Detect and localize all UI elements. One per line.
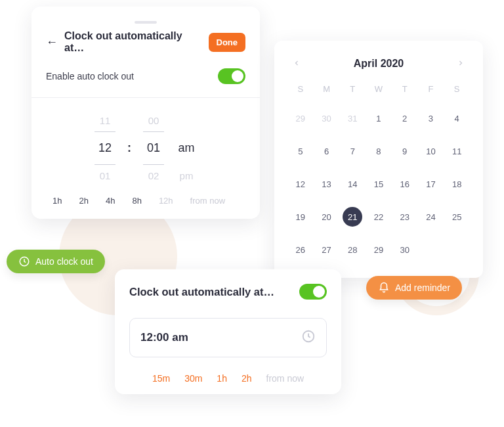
calendar-day[interactable]: 8 xyxy=(366,137,392,165)
calendar-day[interactable]: 27 xyxy=(314,236,340,263)
hour-column[interactable]: 11 12 01 xyxy=(94,115,116,181)
chevron-left-icon xyxy=(293,59,301,67)
calendar-day[interactable]: 31 xyxy=(339,104,366,132)
minute-prev: 00 xyxy=(148,115,159,126)
calendar-day[interactable]: 20 xyxy=(314,203,340,231)
calendar-day[interactable]: 26 xyxy=(287,236,314,263)
calendar-day[interactable]: 6 xyxy=(314,137,340,165)
minute-next: 02 xyxy=(148,170,159,181)
quick-4h[interactable]: 4h xyxy=(106,196,115,206)
calendar-day[interactable]: 24 xyxy=(418,203,444,231)
bell-icon xyxy=(378,282,390,294)
day-of-week-header: W xyxy=(366,84,392,99)
calendar-day[interactable]: 17 xyxy=(418,170,444,198)
calendar-day[interactable]: 21 xyxy=(339,203,366,231)
back-arrow-icon[interactable]: ← xyxy=(46,35,58,49)
day-of-week-header: S xyxy=(444,84,470,99)
period-selected: am xyxy=(178,137,194,159)
time-value: 12:00 am xyxy=(140,331,188,344)
calendar-day[interactable]: 25 xyxy=(444,203,470,231)
calendar-day[interactable]: 13 xyxy=(314,170,340,198)
quick-2h[interactable]: 2h xyxy=(79,196,88,206)
calendar-day[interactable]: 18 xyxy=(444,170,470,198)
day-of-week-header: T xyxy=(339,84,366,99)
clock-auto-icon xyxy=(18,256,30,267)
clock-icon xyxy=(301,329,316,346)
calendar-card: April 2020 SMTWTFS2930311234567891011121… xyxy=(274,41,483,278)
calendar-day[interactable]: 12 xyxy=(287,170,314,198)
quick-suffix: from now xyxy=(190,196,225,206)
calendar-day[interactable]: 9 xyxy=(392,137,418,165)
next-month-button[interactable] xyxy=(452,55,470,72)
calendar-day[interactable]: 10 xyxy=(418,137,444,165)
day-of-week-header: S xyxy=(287,84,314,99)
done-button[interactable]: Done xyxy=(209,33,246,52)
calendar-day[interactable]: 22 xyxy=(366,203,392,231)
day-of-week-header: T xyxy=(392,84,418,99)
enable-label: Enable auto clock out xyxy=(46,71,134,81)
time-picker[interactable]: 11 12 01 : 00 01 02 am pm xyxy=(46,98,245,193)
prev-month-button[interactable] xyxy=(287,55,306,72)
calendar-title: April 2020 xyxy=(354,58,404,70)
quick-suffix: from now xyxy=(266,373,304,384)
calendar-day[interactable]: 28 xyxy=(339,236,366,263)
calendar-day[interactable]: 29 xyxy=(287,104,314,132)
quick-duration-row: 15m 30m 1h 2h from now xyxy=(129,373,327,384)
auto-clock-out-compact-card: Clock out automatically at… 12:00 am 15m… xyxy=(115,269,341,394)
hour-prev: 11 xyxy=(100,115,111,126)
chevron-right-icon xyxy=(457,59,465,67)
calendar-day[interactable]: 4 xyxy=(444,104,470,132)
add-reminder-badge[interactable]: Add reminder xyxy=(366,276,462,300)
calendar-day[interactable]: 23 xyxy=(392,203,418,231)
calendar-day[interactable]: 30 xyxy=(314,104,340,132)
hour-selected: 12 xyxy=(98,137,112,159)
quick-duration-row: 1h 2h 4h 8h 12h from now xyxy=(46,193,245,210)
badge-label: Auto clock out xyxy=(35,256,93,267)
day-of-week-header: M xyxy=(314,84,340,99)
calendar-grid: SMTWTFS293031123456789101112131415161718… xyxy=(287,84,470,263)
calendar-day[interactable]: 2 xyxy=(392,104,418,132)
calendar-day[interactable]: 19 xyxy=(287,203,314,231)
time-colon: : xyxy=(127,141,131,155)
drag-handle[interactable] xyxy=(135,21,157,24)
card-title: Clock out automatically at… xyxy=(129,286,274,298)
calendar-day[interactable]: 7 xyxy=(339,137,366,165)
calendar-day[interactable]: 11 xyxy=(444,137,470,165)
quick-1h[interactable]: 1h xyxy=(52,196,62,206)
calendar-day[interactable]: 5 xyxy=(287,137,314,165)
quick-15m[interactable]: 15m xyxy=(152,373,170,384)
time-field[interactable]: 12:00 am xyxy=(129,318,327,357)
auto-clock-out-card: ← Clock out automatically at… Done Enabl… xyxy=(32,7,260,219)
calendar-day[interactable]: 3 xyxy=(418,104,444,132)
hour-next: 01 xyxy=(100,170,111,181)
calendar-day[interactable]: 15 xyxy=(366,170,392,198)
card-title: Clock out automatically at… xyxy=(64,30,202,54)
quick-30m[interactable]: 30m xyxy=(184,373,202,384)
minute-selected: 01 xyxy=(147,137,160,159)
enable-toggle[interactable] xyxy=(299,284,327,300)
quick-12h[interactable]: 12h xyxy=(159,196,173,206)
auto-clock-out-badge[interactable]: Auto clock out xyxy=(7,250,105,273)
period-alt: pm xyxy=(180,170,194,181)
quick-8h[interactable]: 8h xyxy=(132,196,141,206)
minute-column[interactable]: 00 01 02 xyxy=(143,115,164,181)
calendar-day[interactable]: 29 xyxy=(366,236,392,263)
enable-toggle[interactable] xyxy=(218,68,245,84)
day-of-week-header: F xyxy=(418,84,444,99)
calendar-day[interactable]: 16 xyxy=(392,170,418,198)
quick-1h[interactable]: 1h xyxy=(217,373,227,384)
calendar-day[interactable]: 14 xyxy=(339,170,366,198)
quick-2h[interactable]: 2h xyxy=(242,373,252,384)
calendar-day[interactable]: 1 xyxy=(366,104,392,132)
badge-label: Add reminder xyxy=(395,282,450,293)
calendar-day[interactable]: 30 xyxy=(392,236,418,263)
period-column[interactable]: am pm xyxy=(176,115,197,181)
